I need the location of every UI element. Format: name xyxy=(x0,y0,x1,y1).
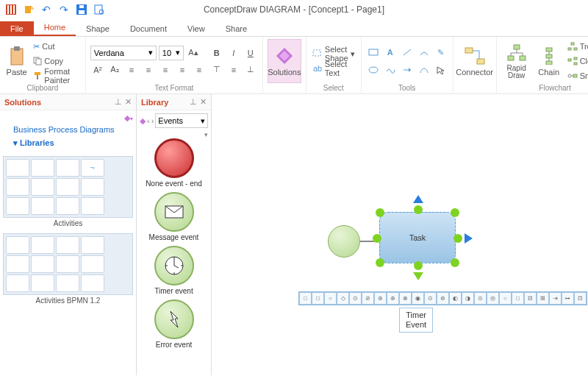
snap-icon xyxy=(567,71,578,80)
group-textformat-label: Text Format xyxy=(154,84,193,92)
canvas-start-event[interactable] xyxy=(328,225,360,258)
lib-prev-icon[interactable]: ‹ xyxy=(147,116,150,125)
ellipse-tool[interactable] xyxy=(366,63,381,77)
tab-share[interactable]: Share xyxy=(215,21,257,36)
svg-rect-2 xyxy=(10,5,12,14)
valign-top-button[interactable]: ⊤ xyxy=(209,63,224,77)
stencil-tooltip: Timer Event xyxy=(399,308,433,333)
tree-libraries[interactable]: Libraries xyxy=(3,136,133,150)
tree-button[interactable]: Tree xyxy=(566,40,588,53)
shape-none-event-end[interactable]: None event - end xyxy=(140,138,208,188)
solutions-gem-icon[interactable]: ◆▾ xyxy=(3,113,133,123)
svg-rect-33 xyxy=(546,61,552,65)
format-painter-button[interactable]: Format Painter xyxy=(32,69,81,82)
align-right-button[interactable]: ≡ xyxy=(158,63,173,77)
tree-icon xyxy=(567,42,578,51)
canvas[interactable]: Task □□○◇ ⊙⊘⊛⊕ ⊗◉⊙⊚ ◐◑⊙◎ ○□⊟⊞ ⇥↦⊡ Timer … xyxy=(212,94,588,375)
line-tool[interactable] xyxy=(400,45,415,60)
copy-button[interactable]: Copy xyxy=(32,54,81,68)
svg-marker-25 xyxy=(437,67,444,74)
undo-icon[interactable]: ↶ xyxy=(40,3,53,16)
align-center-button[interactable]: ≡ xyxy=(141,63,156,77)
svg-point-10 xyxy=(99,10,104,14)
underline-button[interactable]: U xyxy=(243,46,258,60)
text-tool[interactable]: A xyxy=(383,45,398,60)
svg-marker-53 xyxy=(171,311,178,327)
svg-rect-7 xyxy=(79,10,85,14)
clone-button[interactable]: Clone▾ xyxy=(566,54,588,68)
valign-mid-button[interactable]: ≡ xyxy=(226,63,241,77)
svg-rect-29 xyxy=(508,56,514,60)
spline-tool[interactable] xyxy=(383,63,398,77)
group-clipboard-label: Clipboard xyxy=(27,84,59,92)
solutions-button[interactable]: Solutions xyxy=(268,39,301,83)
rapiddraw-button[interactable]: Rapid Draw xyxy=(501,39,532,83)
canvas-task[interactable]: Task xyxy=(379,212,456,263)
pointer-tool[interactable] xyxy=(434,63,448,77)
close-icon[interactable]: ✕ xyxy=(200,97,207,107)
svg-rect-26 xyxy=(465,48,473,53)
svg-rect-42 xyxy=(573,74,577,77)
tab-document[interactable]: Document xyxy=(120,21,177,36)
tab-shape[interactable]: Shape xyxy=(76,21,120,36)
task-label: Task xyxy=(409,233,426,242)
sup-button[interactable]: A² xyxy=(90,63,105,77)
tree-business-process[interactable]: Business Process Diagrams xyxy=(3,123,133,136)
curve-tool[interactable] xyxy=(417,63,431,77)
font-select[interactable]: Verdana▾ xyxy=(90,46,157,60)
lib-menu-icon[interactable]: ▾ xyxy=(140,131,208,138)
svg-rect-38 xyxy=(574,48,577,50)
fontgrow-button[interactable]: A▴ xyxy=(186,46,201,60)
paste-label: Paste xyxy=(7,68,27,77)
shape-error-event[interactable]: Error event xyxy=(140,299,208,349)
svg-rect-16 xyxy=(37,75,38,79)
pin-icon[interactable]: ⊥ xyxy=(190,97,197,107)
shape-timer-event[interactable]: Timer event xyxy=(140,246,208,295)
align-justify-button[interactable]: ≡ xyxy=(175,63,190,77)
ribbon-tabs: File Home Shape Document View Share xyxy=(0,19,588,37)
thumb-activities[interactable]: ~ xyxy=(3,156,133,218)
smart-stencil-bar[interactable]: □□○◇ ⊙⊘⊛⊕ ⊗◉⊙⊚ ◐◑⊙◎ ○□⊟⊞ ⇥↦⊡ xyxy=(298,291,587,305)
library-picker[interactable]: Events▾ xyxy=(155,113,208,128)
lib-next-icon[interactable]: › xyxy=(151,116,154,125)
tab-home[interactable]: Home xyxy=(34,20,76,36)
rect-tool[interactable] xyxy=(366,45,381,60)
lib-gem-icon[interactable]: ◆ xyxy=(140,116,146,126)
connector-button[interactable]: Connector xyxy=(458,39,492,83)
pin-icon[interactable]: ⊥ xyxy=(115,97,122,107)
align-left-button[interactable]: ≡ xyxy=(124,63,139,77)
svg-rect-40 xyxy=(574,57,577,60)
tab-file[interactable]: File xyxy=(0,21,34,36)
shape-message-event[interactable]: Message event xyxy=(140,192,208,241)
cut-button[interactable]: ✂Cut xyxy=(32,40,81,53)
fontsize-select[interactable]: 10▾ xyxy=(159,46,184,60)
new-icon[interactable] xyxy=(22,3,35,16)
valign-bot-button[interactable]: ⊥ xyxy=(243,63,258,77)
indent-button[interactable]: ≡ xyxy=(192,63,207,77)
svg-rect-8 xyxy=(79,5,84,8)
bold-button[interactable]: B xyxy=(209,46,224,60)
svg-rect-37 xyxy=(568,48,571,50)
snap-button[interactable]: Snap xyxy=(566,69,588,82)
ribbon: Paste ✂Cut Copy Format Painter Clipboard… xyxy=(0,37,588,94)
arc-tool[interactable] xyxy=(417,45,431,60)
sub-button[interactable]: A₂ xyxy=(107,63,122,77)
italic-button[interactable]: I xyxy=(226,46,241,60)
clone-icon xyxy=(567,57,578,65)
tab-view[interactable]: View xyxy=(177,21,215,36)
svg-rect-3 xyxy=(13,5,15,14)
select-text-button[interactable]: abSelect Text xyxy=(311,62,356,75)
conn-tool[interactable] xyxy=(400,63,415,77)
pen-tool[interactable]: ✎ xyxy=(434,45,448,60)
preview-icon[interactable] xyxy=(93,3,106,16)
select-text-icon: ab xyxy=(312,63,323,74)
save-icon[interactable] xyxy=(75,3,88,16)
copy-icon xyxy=(33,57,42,65)
select-shape-button[interactable]: Select Shape▾ xyxy=(311,47,356,60)
paste-button[interactable]: Paste xyxy=(4,39,29,83)
redo-icon[interactable]: ↷ xyxy=(57,3,71,16)
scissors-icon: ✂ xyxy=(33,42,40,52)
thumb-activities-bpmn[interactable] xyxy=(3,233,133,295)
chain-button[interactable]: Chain xyxy=(535,39,563,83)
close-icon[interactable]: ✕ xyxy=(125,97,132,107)
